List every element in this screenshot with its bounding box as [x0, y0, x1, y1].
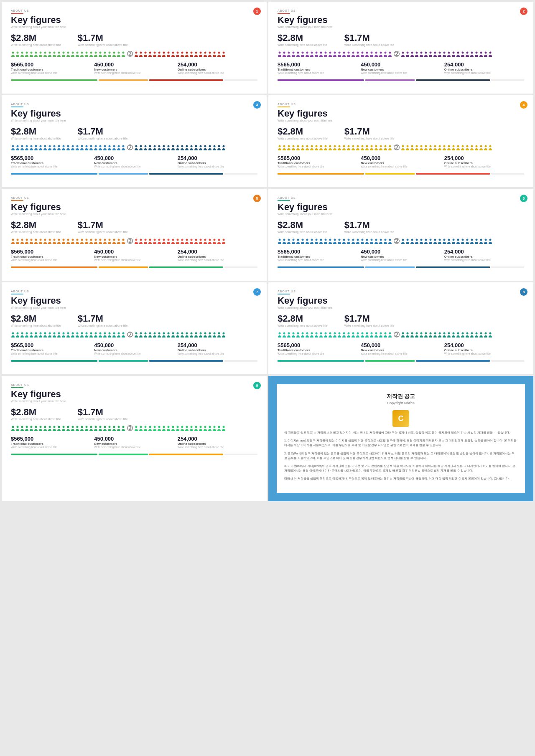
svg-point-52 [311, 51, 313, 53]
svg-point-194 [76, 238, 79, 241]
svg-point-275 [35, 332, 37, 334]
card-subtitle: Write something about your main title he… [11, 306, 257, 309]
svg-point-252 [411, 238, 413, 241]
metric-2: $1.7M Write something here about above t… [78, 33, 128, 48]
copyright-logo: C [392, 410, 409, 427]
card-subtitle: Write something about your main title he… [278, 213, 524, 216]
card-subtitle: Write something about your main title he… [278, 306, 524, 309]
svg-point-350 [448, 332, 450, 334]
metric-1: $2.8M Write something here about above t… [278, 313, 328, 328]
progress-bar-1 [99, 266, 148, 268]
metric-value-2: $1.7M [78, 313, 128, 324]
svg-point-294 [122, 332, 125, 334]
svg-point-61 [352, 51, 354, 53]
svg-point-51 [306, 51, 308, 53]
svg-point-395 [181, 426, 183, 428]
svg-point-404 [223, 426, 225, 428]
stat-desc: Write something here about above title [178, 71, 257, 74]
stats-row: $565,000 Traditional customers Write som… [278, 155, 524, 170]
stat-label: Traditional customers [11, 255, 91, 259]
svg-point-312 [214, 332, 216, 334]
svg-point-148 [339, 145, 341, 147]
stat-label: New customers [94, 161, 174, 165]
svg-point-80 [448, 51, 450, 53]
svg-point-305 [181, 332, 183, 334]
stat-label: Online subscribers [178, 255, 257, 259]
stat-item-1: 450,000 New customers Write something he… [361, 155, 441, 170]
svg-point-269 [489, 238, 492, 241]
svg-point-63 [362, 51, 364, 53]
svg-point-258 [439, 238, 441, 241]
svg-point-396 [186, 426, 188, 428]
svg-point-283 [72, 332, 74, 334]
svg-point-218 [195, 238, 197, 241]
progress-bar-0 [11, 266, 97, 268]
svg-point-182 [21, 238, 23, 241]
svg-point-130 [204, 145, 206, 147]
svg-point-68 [385, 51, 387, 53]
svg-point-327 [334, 332, 336, 334]
stat-item-1: 450,000 New customers Write something he… [94, 436, 174, 450]
svg-point-122 [168, 145, 170, 147]
copyright-para-3: 3. 아이콘(icon)과 기타(other)의 경우 저작권이 있는 아이콘 … [284, 464, 517, 473]
svg-point-24 [122, 51, 125, 53]
svg-point-150 [348, 145, 350, 147]
stat-desc: Write something here about above title [11, 71, 91, 74]
svg-point-349 [443, 332, 446, 334]
svg-point-134 [223, 145, 225, 147]
metric-label-2: Write something here about above title [344, 324, 395, 327]
svg-point-184 [31, 238, 33, 241]
svg-point-279 [54, 332, 56, 334]
svg-point-142 [311, 145, 313, 147]
svg-point-137 [288, 145, 290, 147]
stat-item-0: $565,000 Traditional customers Write som… [11, 342, 91, 357]
svg-point-42 [214, 51, 216, 53]
progress-bar-bg [491, 360, 525, 362]
svg-point-55 [325, 51, 327, 53]
progress-bar-bg [491, 266, 525, 268]
svg-point-337 [380, 332, 382, 334]
metric-2: $1.7M Write something here about above t… [78, 126, 128, 141]
svg-point-295 [135, 332, 138, 334]
svg-point-226 [283, 238, 285, 241]
svg-point-313 [218, 332, 220, 334]
svg-point-360 [12, 426, 14, 428]
progress-bar-2 [149, 79, 223, 81]
svg-point-2 [21, 51, 23, 53]
svg-point-301 [163, 332, 165, 334]
stat-value: 450,000 [94, 342, 174, 348]
svg-point-54 [320, 51, 322, 53]
metrics-row: $2.8M Write something here about above t… [278, 220, 524, 235]
progress-bars [11, 454, 257, 455]
stat-desc: Write something here about above title [94, 259, 174, 261]
stat-value: 254,000 [178, 342, 257, 348]
svg-point-147 [334, 145, 336, 147]
svg-point-234 [320, 238, 322, 241]
svg-point-38 [195, 51, 197, 53]
svg-point-106 [86, 145, 88, 147]
metrics-row: $2.8M Write something here about above t… [11, 313, 257, 328]
svg-point-380 [104, 426, 106, 428]
stat-item-0: $565,000 Traditional customers Write som… [11, 249, 91, 263]
svg-point-159 [389, 145, 391, 147]
svg-point-115 [135, 145, 138, 147]
svg-point-1 [17, 51, 19, 53]
svg-point-88 [485, 51, 487, 53]
svg-point-282 [67, 332, 69, 334]
metric-value-2: $1.7M [344, 33, 395, 43]
svg-point-95 [35, 145, 37, 147]
svg-point-242 [357, 238, 359, 241]
svg-point-66 [375, 51, 377, 53]
stat-desc: Write something here about above title [11, 259, 91, 261]
card-title: Key figures [278, 202, 524, 212]
svg-point-314 [223, 332, 225, 334]
stat-value: 254,000 [444, 61, 524, 68]
stat-label: Online subscribers [444, 68, 524, 71]
svg-point-65 [371, 51, 373, 53]
svg-point-126 [186, 145, 188, 147]
svg-point-153 [362, 145, 364, 147]
stat-item-2: 254,000 Online subscribers Write somethi… [178, 61, 257, 76]
svg-point-113 [118, 145, 120, 147]
svg-point-58 [339, 51, 341, 53]
svg-point-352 [457, 332, 459, 334]
